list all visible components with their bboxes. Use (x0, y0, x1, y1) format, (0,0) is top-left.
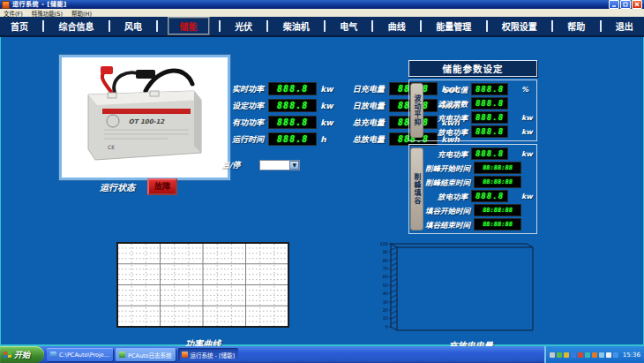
tray-icon[interactable] (606, 352, 611, 358)
tray-icon[interactable] (564, 352, 569, 358)
settings-row: 放电功率 888.8 kw (425, 125, 535, 139)
scada-app-icon (182, 352, 188, 358)
main-area: OT 100-12 CE 运行状态 故障 实时功率 888.8 kw 日充电量 … (0, 37, 644, 346)
nav-permissions[interactable]: 权限设置 (497, 19, 543, 34)
battery-image: OT 100-12 CE (59, 55, 230, 180)
setting-value-display[interactable]: 888.8 (471, 147, 508, 160)
setting-label: 滤波常数 (425, 98, 468, 109)
setting-time-display[interactable]: 88:88:88 (474, 162, 521, 174)
start-button[interactable]: 开始 (0, 346, 44, 363)
nav-separator (420, 20, 422, 32)
tray-icons[interactable] (550, 352, 618, 358)
tray-icon[interactable] (592, 352, 597, 358)
tray-icon[interactable] (571, 352, 576, 358)
setting-label: 放电功率 (425, 126, 468, 137)
readout-unit: kw (320, 85, 342, 94)
setting-value-display[interactable]: 888.8 (471, 190, 508, 202)
nav-home[interactable]: 首页 (5, 19, 34, 34)
svg-text:20: 20 (383, 307, 388, 313)
settings-row: 填谷结束时间 88:88:88 (425, 217, 535, 231)
chevron-down-icon[interactable]: ▼ (289, 161, 299, 170)
group-tab-smoothing: 波动平抑 (410, 83, 423, 138)
restore-button[interactable] (620, 0, 631, 9)
setting-label: 填谷开始时间 (425, 205, 470, 216)
menu-help[interactable]: 帮助(H) (71, 9, 92, 18)
tray-icon[interactable] (557, 352, 562, 358)
setting-time-display[interactable]: 88:88:88 (474, 218, 521, 231)
nav-exit[interactable]: 退出 (610, 19, 639, 34)
nav-storage-active[interactable]: 储能 (168, 17, 210, 35)
run-status-indicator: 故障 (147, 178, 177, 195)
settings-row: 充电功率 888.8 kw (425, 147, 535, 161)
setting-time-display[interactable]: 88:88:88 (474, 176, 521, 188)
nav-energy-mgmt[interactable]: 能量管理 (431, 19, 476, 34)
window-titlebar: 运行系统 - [储能] (0, 0, 644, 9)
nav-electric[interactable]: 电气 (334, 19, 363, 34)
windows-flag-icon (4, 352, 11, 359)
setting-unit: kw (521, 150, 535, 158)
nav-separator (109, 20, 110, 32)
power-curve-chart (116, 242, 289, 331)
group-tab-peak-shaving: 削峰填谷 (410, 147, 423, 231)
nav-help[interactable]: 帮助 (562, 19, 590, 34)
system-tray: 15:36 (544, 346, 644, 363)
setting-label: 充电功率 (425, 148, 468, 159)
taskbar-item-running-system[interactable]: 运行系统 - [储能] (178, 348, 239, 361)
led-display: 888.8 (268, 99, 317, 112)
svg-text:90: 90 (383, 249, 388, 254)
tray-icon[interactable] (599, 352, 604, 358)
setting-label: 充电功率 (425, 112, 468, 123)
readout-label: 日放电量 (348, 100, 385, 111)
settings-row: 放电功率 888.8 kw (425, 189, 535, 203)
taskbar-item-log-system[interactable]: PCAuto日志系统 (116, 348, 176, 361)
setting-label: 削峰开始时间 (425, 163, 470, 173)
nav-pv[interactable]: 光伏 (229, 19, 258, 34)
battery-label-band (102, 109, 191, 114)
readout-unit: kw (320, 102, 342, 110)
log-app-icon (119, 352, 125, 358)
taskbar-item-explorer[interactable]: C:\PCAuto\Proje... (47, 348, 113, 361)
readout-label: 总充电量 (348, 117, 385, 128)
nav-separator (486, 20, 488, 32)
setting-unit: kw (521, 114, 535, 122)
taskbar: 开始 C:\PCAuto\Proje... PCAuto日志系统 运行系统 - … (0, 346, 644, 363)
led-display: 888.8 (268, 116, 317, 129)
tray-clock: 15:36 (623, 352, 640, 359)
svg-text:0: 0 (386, 324, 388, 329)
nav-separator (219, 20, 221, 32)
setting-value-display[interactable]: 888.8 (471, 125, 508, 138)
settings-row: 削峰开始时间 88:88:88 (425, 161, 535, 175)
setting-value-display[interactable]: 888.8 (471, 111, 508, 124)
nav-bar: 首页 综合信息 风电 储能 光伏 柴油机 电气 曲线 能量管理 权限设置 帮助 … (0, 17, 644, 37)
tray-icon[interactable] (585, 352, 590, 358)
nav-diesel[interactable]: 柴油机 (278, 19, 315, 34)
menu-special-functions[interactable]: 特殊功能(S) (32, 9, 63, 18)
minimize-button[interactable] (609, 0, 619, 9)
svg-text:60: 60 (383, 274, 388, 279)
setting-value-display[interactable]: 888.8 (471, 83, 508, 95)
menu-file[interactable]: 文件(F) (4, 9, 23, 18)
readout-label: 日充电量 (348, 83, 385, 95)
svg-text:CE: CE (108, 144, 115, 150)
storage-settings-panel: 储能参数设定 波动平抑 SOC值 888.8 % 滤波常数 888.8 充电功率… (408, 60, 537, 234)
svg-text:80: 80 (383, 258, 388, 263)
nav-wind[interactable]: 风电 (119, 19, 147, 34)
nav-separator (371, 20, 373, 32)
start-stop-label: 启/停 (221, 159, 240, 170)
setting-time-display[interactable]: 88:88:88 (474, 204, 521, 216)
tray-icon[interactable] (550, 352, 555, 358)
setting-value-display[interactable]: 888.8 (471, 97, 508, 110)
start-stop-row: 启/停 ▼ (221, 159, 300, 170)
tray-icon[interactable] (613, 352, 618, 358)
close-button[interactable] (632, 0, 642, 9)
tray-icon[interactable] (578, 352, 583, 358)
svg-text:10: 10 (383, 315, 388, 321)
start-button-label: 开始 (14, 349, 30, 360)
readout-label: 总放电量 (348, 133, 385, 145)
nav-curves[interactable]: 曲线 (383, 19, 411, 34)
start-stop-dropdown[interactable]: ▼ (259, 160, 300, 170)
app-window: 运行系统 - [储能] 文件(F) 特殊功能(S) 帮助(H) 首页 综合信息 … (0, 0, 644, 363)
nav-overview[interactable]: 综合信息 (54, 19, 100, 34)
readout-label: 运行时间 (227, 133, 264, 145)
settings-row: SOC值 888.8 % (425, 82, 535, 96)
